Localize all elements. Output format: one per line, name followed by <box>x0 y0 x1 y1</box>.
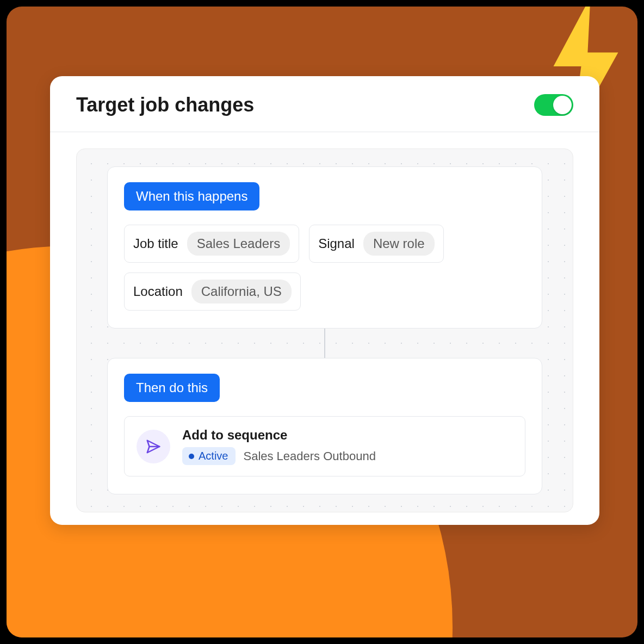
filter-value: Sales Leaders <box>187 232 290 256</box>
card-title: Target job changes <box>76 94 254 116</box>
card-body: When this happens Job title Sales Leader… <box>50 132 599 529</box>
filter-name: Signal <box>318 236 355 251</box>
action-label: Then do this <box>124 374 220 402</box>
action-step: Then do this Add to sequence <box>107 358 542 494</box>
filter-name: Job title <box>133 236 178 251</box>
action-body: Add to sequence Active Sales Leaders Out… <box>182 428 376 465</box>
filter-name: Location <box>133 284 183 299</box>
filter-signal[interactable]: Signal New role <box>309 225 443 263</box>
status-dot-icon <box>189 454 194 459</box>
sequence-name: Sales Leaders Outbound <box>243 449 375 463</box>
action-row[interactable]: Add to sequence Active Sales Leaders Out… <box>124 416 525 476</box>
toggle-knob <box>553 96 572 114</box>
workflow-card: Target job changes When this happens Job… <box>50 76 599 525</box>
enable-toggle[interactable] <box>534 94 573 116</box>
send-icon <box>145 438 162 455</box>
workflow-canvas: When this happens Job title Sales Leader… <box>76 148 573 512</box>
action-meta: Active Sales Leaders Outbound <box>182 447 376 465</box>
filter-value: California, US <box>191 280 292 304</box>
action-icon-wrap <box>137 430 170 463</box>
trigger-label: When this happens <box>124 182 259 210</box>
status-text: Active <box>199 450 228 462</box>
filter-location[interactable]: Location California, US <box>124 273 301 311</box>
card-header: Target job changes <box>50 76 599 132</box>
trigger-step: When this happens Job title Sales Leader… <box>107 166 542 329</box>
filter-value: New role <box>363 232 435 256</box>
filter-job-title[interactable]: Job title Sales Leaders <box>124 225 299 263</box>
step-connector <box>324 329 325 358</box>
filter-row: Job title Sales Leaders Signal New role … <box>124 225 525 311</box>
action-title: Add to sequence <box>182 428 376 443</box>
status-badge: Active <box>182 447 236 465</box>
decorative-backdrop: Target job changes When this happens Job… <box>7 7 637 637</box>
